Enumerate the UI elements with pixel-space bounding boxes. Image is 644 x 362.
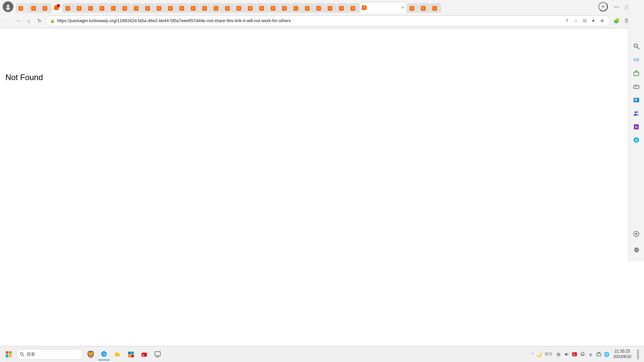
- favorites-button[interactable]: ★: [589, 17, 597, 25]
- url-actions: T ☆ ⊟ ★ ⊕: [563, 17, 606, 25]
- tray-show-desktop[interactable]: [635, 351, 641, 358]
- tab-favicon: S: [339, 6, 344, 11]
- tab-item[interactable]: S: [314, 3, 325, 13]
- svg-line-3: [637, 47, 639, 49]
- minimize-button[interactable]: —: [612, 2, 621, 11]
- tab-favicon: S: [18, 6, 23, 11]
- tab-item[interactable]: S: [280, 3, 290, 13]
- sidebar-outlook-button[interactable]: [630, 94, 642, 106]
- tab-item[interactable]: S: [268, 3, 279, 13]
- tab-item[interactable]: S: [246, 3, 256, 13]
- tab-item[interactable]: S: [131, 3, 142, 13]
- tab-item[interactable]: S: [337, 3, 347, 13]
- tab-item[interactable]: S: [257, 3, 268, 13]
- tray-icon-volume[interactable]: [563, 351, 570, 358]
- tab-favicon: S: [179, 6, 184, 11]
- tab-item[interactable]: S: [430, 3, 441, 13]
- translate-url-button[interactable]: T: [563, 17, 571, 25]
- taskbar-app-lion[interactable]: 🦁: [85, 348, 97, 360]
- add-icon: [633, 231, 640, 237]
- tab-item[interactable]: S: [291, 3, 302, 13]
- sidebar-settings-button[interactable]: [630, 244, 642, 256]
- edge-icon: [101, 351, 107, 357]
- sidebar-teams-button[interactable]: [630, 107, 642, 119]
- tab-favicon: S: [77, 6, 82, 11]
- tab-item[interactable]: S: [40, 3, 51, 13]
- tab-item[interactable]: S: [16, 3, 28, 13]
- sidebar-shopping-button[interactable]: [630, 67, 642, 79]
- svg-text:S: S: [635, 138, 638, 143]
- tab-favicon: S: [202, 6, 207, 11]
- extensions-button[interactable]: 🧩: [612, 16, 621, 25]
- sidebar-skype-button[interactable]: S: [630, 134, 642, 146]
- taskbar-app-edge[interactable]: [98, 348, 110, 360]
- tab-item-current[interactable]: S ✕: [360, 2, 407, 13]
- back-button[interactable]: ←: [3, 16, 12, 25]
- tab-item[interactable]: S: [143, 3, 154, 13]
- tab-item[interactable]: S: [348, 3, 359, 13]
- sidebar-add-button[interactable]: [630, 228, 642, 240]
- tab-item[interactable]: S: [109, 3, 119, 13]
- tray-icon-wifi[interactable]: [587, 351, 594, 358]
- photos-icon: [127, 351, 134, 358]
- tab-close-btn[interactable]: ✕: [401, 5, 404, 10]
- tray-icon-network[interactable]: [555, 351, 562, 358]
- tabs-container: S S S S S S S S S S S S S S S S S S: [16, 1, 596, 13]
- tab-favicon: S: [259, 6, 264, 11]
- tab-item[interactable]: S: [177, 3, 188, 13]
- svg-point-10: [635, 86, 635, 87]
- tab-item[interactable]: S: [419, 3, 429, 13]
- taskbar-app-desktop[interactable]: [152, 348, 164, 360]
- tab-item[interactable]: S: [74, 3, 85, 13]
- tab-item[interactable]: S: [86, 3, 97, 13]
- tray-icon-night[interactable]: 🌙: [535, 351, 542, 358]
- tab-item[interactable]: S: [200, 3, 211, 13]
- svg-rect-30: [128, 352, 131, 354]
- tab-item[interactable]: S: [154, 3, 165, 13]
- sidebar-search-button[interactable]: [630, 40, 642, 52]
- taskbar-search[interactable]: 搜索: [16, 349, 83, 360]
- reader-mode-button[interactable]: ☆: [572, 17, 580, 25]
- tab-item[interactable]: S: [223, 3, 233, 13]
- svg-rect-32: [128, 355, 131, 357]
- svg-rect-25: [9, 351, 12, 354]
- tab-favicon: S: [305, 6, 310, 11]
- tab-item[interactable]: S: [166, 3, 176, 13]
- forward-button[interactable]: →: [13, 16, 23, 25]
- refresh-button[interactable]: ↻: [35, 16, 44, 25]
- taskbar-app-game[interactable]: ♦: [138, 348, 150, 360]
- new-tab-button[interactable]: +: [598, 2, 608, 11]
- sidebar-onenote-button[interactable]: N: [630, 121, 642, 133]
- profile-icon[interactable]: [3, 1, 13, 12]
- tray-icon-extra1[interactable]: [595, 351, 602, 358]
- url-bar[interactable]: 🔒 https://packager.turbowarp.org/1188162…: [46, 15, 610, 26]
- tray-temperature[interactable]: 31°C: [543, 352, 553, 356]
- svg-point-15: [637, 111, 638, 113]
- start-button[interactable]: [3, 348, 15, 360]
- tab-item[interactable]: S: [325, 3, 336, 13]
- taskbar-app-files[interactable]: [111, 348, 123, 360]
- tab-item[interactable]: S: [211, 3, 222, 13]
- tab-item-active[interactable]: [52, 2, 62, 13]
- taskbar-app-photos[interactable]: [125, 348, 137, 360]
- split-screen-button[interactable]: ⊟: [581, 17, 589, 25]
- tab-item[interactable]: S: [63, 3, 74, 13]
- tray-expand-button[interactable]: ^: [531, 352, 534, 357]
- clock[interactable]: 21:35:25 2024/8/10: [611, 348, 633, 360]
- sidebar-games-button[interactable]: [630, 80, 642, 93]
- tab-item[interactable]: S: [407, 3, 418, 13]
- home-button[interactable]: ⌂: [24, 16, 34, 25]
- tab-item[interactable]: S: [29, 3, 40, 13]
- tray-icon-antivirus[interactable]: V: [571, 351, 578, 358]
- tray-icon-extra2[interactable]: 🌐: [603, 351, 610, 358]
- tab-item[interactable]: S: [189, 3, 199, 13]
- tab-item[interactable]: S: [234, 3, 245, 13]
- svg-line-29: [23, 355, 24, 356]
- tab-item[interactable]: S: [303, 3, 313, 13]
- tab-item[interactable]: S: [120, 3, 131, 13]
- sidebar-translate-button[interactable]: A 文: [630, 54, 642, 66]
- tray-icon-notify[interactable]: [579, 351, 586, 358]
- tab-item[interactable]: S: [97, 3, 108, 13]
- shopping-icon: [633, 70, 640, 76]
- collections-button[interactable]: ⊕: [598, 17, 606, 25]
